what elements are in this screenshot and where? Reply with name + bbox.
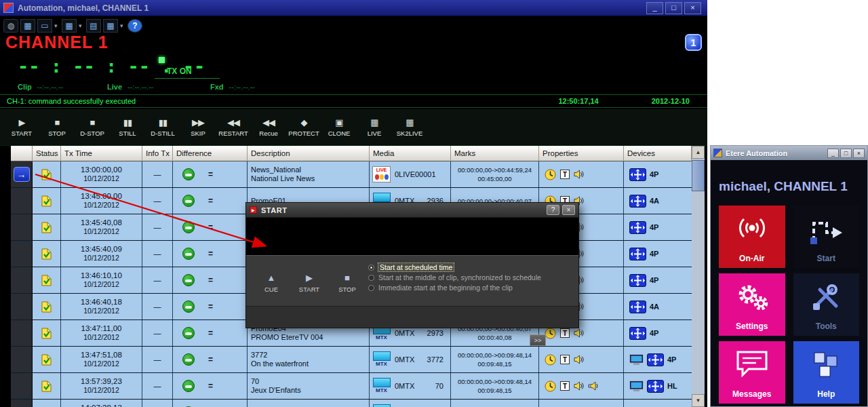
table-row[interactable]: → 13:00:00,00 10/12/2012 — = News_Nation… <box>11 161 692 188</box>
column-header[interactable]: Properties <box>539 146 624 161</box>
dialog-help-button[interactable]: ? <box>547 205 559 215</box>
dialog-stop-button[interactable]: ■STOP <box>332 260 363 306</box>
tile-tools[interactable]: Tools <box>793 273 860 336</box>
transport-skip-button[interactable]: ▶▶SKIP <box>180 109 216 145</box>
row-selector[interactable]: → <box>11 400 33 407</box>
timed-event-icon <box>545 169 556 180</box>
scrollbar-thumb[interactable] <box>692 160 705 191</box>
tx-time-cell: 13:45:00,00 10/12/2012 <box>61 188 142 214</box>
column-header[interactable]: Marks <box>451 146 539 161</box>
tile-start[interactable]: Start <box>793 206 860 268</box>
vertical-scrollbar[interactable]: ▲ ▼ <box>692 146 705 407</box>
media-number: 70 <box>435 382 450 390</box>
transport-restart-button[interactable]: ◀◀RESTART <box>216 109 251 145</box>
table-row[interactable]: → 13:57:39,23 10/12/2012 — = 70 Jeux D'E… <box>11 373 692 400</box>
clip-ready-icon <box>41 301 52 313</box>
dialog-start-button[interactable]: ▶START <box>294 260 325 306</box>
panel-maximize-button[interactable]: □ <box>840 149 852 158</box>
device-label: 4A <box>650 303 659 311</box>
column-header[interactable]: Media <box>370 146 451 161</box>
column-header[interactable]: Status <box>33 146 61 161</box>
devices-cell: HL <box>624 373 692 399</box>
message-icon[interactable]: ▭ <box>37 19 52 33</box>
dialog-titlebar[interactable]: START ? × <box>246 203 578 218</box>
audio-icon <box>574 328 584 338</box>
status-cell <box>33 214 61 240</box>
tile-help[interactable]: Help <box>793 341 860 404</box>
status-cell <box>33 347 61 372</box>
transport-live-button[interactable]: ▦LIVE <box>357 109 392 145</box>
column-header[interactable]: Devices <box>624 146 692 161</box>
dialog-option[interactable]: Start at the middle of clip, synchronize… <box>368 273 541 282</box>
globe-icon[interactable]: ◍ <box>3 19 18 33</box>
row-selector[interactable]: → <box>11 320 33 346</box>
tile-settings[interactable]: Settings <box>719 273 785 336</box>
row-selector[interactable]: → <box>11 267 33 293</box>
transport-stop-button[interactable]: ■STOP <box>39 109 75 145</box>
transport-start-button[interactable]: ▶START <box>4 109 39 145</box>
window-titlebar[interactable]: Automation, michael, CHANNEL 1 _ □ × <box>0 0 707 16</box>
transport-recue-button[interactable]: ◀◀Recue <box>251 109 286 145</box>
transport-button-label: STOP <box>48 130 66 137</box>
dialog-cue-button[interactable]: ▲CUE <box>256 260 287 306</box>
dialog-options: Start at scheduled timeStart at the midd… <box>368 260 541 306</box>
maximize-button[interactable]: □ <box>665 2 682 14</box>
radio-icon[interactable] <box>368 285 374 291</box>
column-header[interactable] <box>11 146 33 161</box>
column-header[interactable]: Difference <box>173 146 248 161</box>
transport-sk2live-button[interactable]: ▦SK2LIVE <box>392 109 427 145</box>
difference-cell: = <box>173 320 248 346</box>
radio-icon[interactable] <box>368 265 374 271</box>
dropdown-caret-icon[interactable]: ▾ <box>54 22 60 29</box>
row-selector[interactable]: → <box>11 161 33 187</box>
tx-date: 10/12/2012 <box>83 227 119 236</box>
row-selector[interactable]: → <box>11 373 33 399</box>
mtx-media-icon: MTX <box>372 404 391 407</box>
panel-minimize-button[interactable]: _ <box>827 149 839 158</box>
grid-icon[interactable]: ▦ <box>20 19 35 33</box>
panel-close-button[interactable]: × <box>853 149 865 158</box>
close-button[interactable]: × <box>684 2 701 14</box>
dialog-option[interactable]: Start at scheduled time <box>368 263 541 272</box>
row-selector[interactable]: → <box>11 241 33 267</box>
transport-protect-button[interactable]: ◆PROTECT <box>286 109 321 145</box>
router-icon <box>647 380 664 393</box>
properties-cell <box>539 400 624 407</box>
column-header[interactable]: Tx Time <box>61 146 142 161</box>
panel-titlebar[interactable]: Etere Automation _ □ × <box>711 146 867 160</box>
transport-dstill-button[interactable]: ▮▮D-STILL <box>145 109 180 145</box>
transport-clone-button[interactable]: ▣CLONE <box>321 109 357 145</box>
transport-dstop-button[interactable]: ■D-STOP <box>75 109 110 145</box>
tile-on-air[interactable]: On-Air <box>719 206 785 268</box>
column-header[interactable]: Info Tx <box>142 146 173 161</box>
table-row[interactable]: → 13:47:51,08 10/12/2012 — = 3772 On the… <box>11 347 692 373</box>
help-icon[interactable]: ? <box>127 19 142 33</box>
row-selector[interactable]: → <box>11 214 33 240</box>
channel-number-badge[interactable]: 1 <box>685 34 702 51</box>
dialog-option[interactable]: Immediate start at the beginning of the … <box>368 283 541 292</box>
transport-still-button[interactable]: ▮▮STILL <box>110 109 145 145</box>
text-overlay-icon <box>560 381 570 391</box>
search-grid-icon[interactable]: ▦ <box>103 19 118 33</box>
scroll-down-icon[interactable]: ▼ <box>692 394 705 407</box>
tile-messages[interactable]: Messages <box>719 341 785 404</box>
dropdown-caret-icon[interactable]: ▾ <box>79 22 84 29</box>
dropdown-caret-icon[interactable]: ▾ <box>120 22 125 29</box>
dialog-close-button[interactable]: × <box>562 205 575 215</box>
devices-cell: 4P <box>624 161 692 187</box>
row-selector[interactable]: → <box>11 188 33 214</box>
table-row[interactable]: → 14:07:28,13 10/12/2012 — = 3068 MTX <box>11 400 692 407</box>
column-header[interactable]: Description <box>248 146 370 161</box>
list-grid-icon[interactable]: ▤ <box>86 19 101 33</box>
tile-label: Tools <box>793 322 860 331</box>
minimize-button[interactable]: _ <box>646 2 663 14</box>
more-options-button[interactable]: >> <box>530 334 546 346</box>
row-selector[interactable]: → <box>11 347 33 372</box>
clone-icon: ▣ <box>335 117 342 128</box>
radio-icon[interactable] <box>368 275 374 281</box>
row-selector[interactable]: → <box>11 294 33 319</box>
description-line1: News_National <box>251 166 301 174</box>
description-cell: 3772 On the waterfront <box>248 347 370 372</box>
scroll-up-icon[interactable]: ▲ <box>692 146 705 159</box>
edit-grid-icon[interactable]: ▦ <box>62 19 77 33</box>
